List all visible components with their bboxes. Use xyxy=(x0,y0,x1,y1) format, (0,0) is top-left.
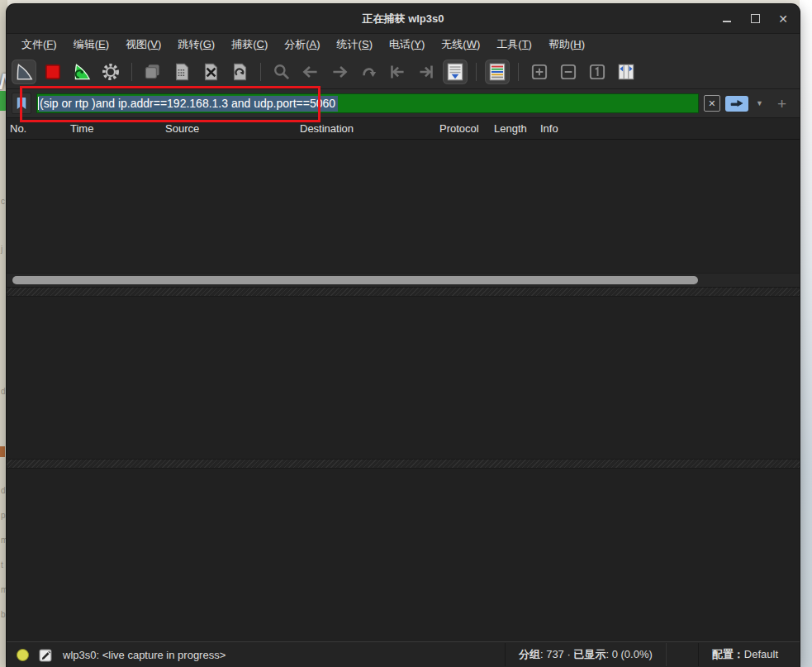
desktop-artifact-orange xyxy=(0,446,5,457)
resize-columns-button[interactable] xyxy=(614,60,639,84)
packet-list-header[interactable]: No. Time Source Destination Protocol Len… xyxy=(7,118,800,140)
restart-capture-button[interactable] xyxy=(69,60,94,84)
menu-item-label: ) xyxy=(264,38,268,50)
menu-item-wireless[interactable]: 无线(W) xyxy=(433,35,488,55)
menu-item-label: 分析( xyxy=(284,38,309,50)
close-file-button[interactable] xyxy=(198,60,223,84)
menu-item-label: 捕获( xyxy=(231,38,256,50)
zoom-in-button[interactable] xyxy=(527,60,552,84)
start-capture-button[interactable] xyxy=(12,60,36,84)
filter-add-button[interactable]: + xyxy=(777,96,786,112)
find-magnifier-icon xyxy=(271,61,292,83)
column-header-protocol[interactable]: Protocol xyxy=(436,122,491,135)
capture-options-button[interactable] xyxy=(98,60,123,84)
menu-item-label: 帮助( xyxy=(548,38,573,50)
minimize-icon xyxy=(723,21,731,22)
toolbar-separator xyxy=(518,63,519,81)
profile-status[interactable]: 配置：Default xyxy=(698,643,800,666)
go-last-icon xyxy=(415,61,437,83)
desktop-background-right xyxy=(800,0,812,667)
go-last-packet-button[interactable] xyxy=(414,60,439,84)
close-button[interactable]: ✕ xyxy=(776,12,790,26)
zoom-100-button[interactable] xyxy=(585,60,610,84)
scrollbar-thumb[interactable] xyxy=(12,276,698,284)
window-title: 正在捕获 wlp3s0 xyxy=(363,12,444,26)
filter-clear-button[interactable]: ✕ xyxy=(704,95,720,112)
menu-item-label: 无线( xyxy=(441,38,466,50)
wireshark-window: 正在捕获 wlp3s0 ✕ 文件(F)编辑(E)视图(V)跳转(G)捕获(C)分… xyxy=(7,4,800,667)
menu-item-help[interactable]: 帮助(H) xyxy=(540,35,593,55)
restart-shark-icon xyxy=(71,61,93,83)
displayed-count: 0 (0.0%) xyxy=(612,648,653,660)
column-header-no[interactable]: No. xyxy=(7,122,67,135)
go-forward-button[interactable] xyxy=(327,60,352,84)
save-file-icon xyxy=(171,61,192,83)
menu-item-analyze[interactable]: 分析(A) xyxy=(276,35,328,55)
colorize-button[interactable] xyxy=(485,60,510,84)
colorize-icon xyxy=(487,61,508,83)
capture-source-status: wlp3s0: <live capture in progress> xyxy=(63,649,226,661)
zoom-out-button[interactable] xyxy=(556,60,581,84)
find-packet-button[interactable] xyxy=(269,60,294,84)
menu-item-label: 视图( xyxy=(126,38,150,50)
packet-bytes-pane[interactable] xyxy=(7,469,800,641)
column-header-destination[interactable]: Destination xyxy=(297,122,436,135)
menu-item-view[interactable]: 视图(V) xyxy=(117,35,169,55)
menu-item-label: Y xyxy=(414,38,421,50)
minimize-button[interactable] xyxy=(720,12,734,26)
menu-item-label: E xyxy=(98,38,106,50)
filter-bookmark-button[interactable] xyxy=(12,93,31,114)
column-header-info[interactable]: Info xyxy=(537,122,800,135)
menu-item-go[interactable]: 跳转(G) xyxy=(169,35,223,55)
profile-value: Default xyxy=(744,648,778,660)
menu-item-label: 跳转( xyxy=(178,38,202,50)
window-controls: ✕ xyxy=(720,4,790,33)
menu-item-statistics[interactable]: 统计(S) xyxy=(329,35,381,55)
stop-capture-button[interactable] xyxy=(40,60,65,84)
filter-apply-button[interactable] xyxy=(725,96,748,112)
close-file-icon xyxy=(200,61,221,83)
go-first-packet-button[interactable] xyxy=(385,60,410,84)
pane-splitter-top[interactable] xyxy=(7,287,800,297)
column-header-time[interactable]: Time xyxy=(67,122,162,135)
pane-splitter-bottom[interactable] xyxy=(7,459,800,469)
main-toolbar xyxy=(7,55,800,89)
go-back-button[interactable] xyxy=(298,60,323,84)
toolbar-separator xyxy=(131,63,132,81)
status-left-section: wlp3s0: <live capture in progress> xyxy=(7,648,505,662)
shark-fin-start-icon xyxy=(13,61,35,83)
packet-list-pane[interactable] xyxy=(7,140,800,273)
arrow-back-icon xyxy=(300,61,321,83)
menu-item-capture[interactable]: 捕获(C) xyxy=(223,35,276,55)
maximize-icon xyxy=(751,14,760,23)
open-file-button[interactable] xyxy=(140,60,165,84)
menu-item-telephony[interactable]: 电话(Y) xyxy=(381,35,433,55)
packet-details-pane[interactable] xyxy=(7,297,800,459)
toolbar-separator xyxy=(476,63,477,81)
arrow-right-icon xyxy=(729,98,744,108)
menu-item-label: A xyxy=(310,38,317,50)
menu-item-tools[interactable]: 工具(T) xyxy=(488,35,540,55)
zoom-out-icon xyxy=(558,61,579,83)
column-header-source[interactable]: Source xyxy=(162,122,297,135)
maximize-button[interactable] xyxy=(748,12,762,26)
menu-item-label: S xyxy=(362,38,369,50)
filter-input[interactable]: (sip or rtp )and ip.addr==192.168.1.3 an… xyxy=(36,93,699,113)
bookmark-icon xyxy=(16,97,27,110)
filter-bar: (sip or rtp )and ip.addr==192.168.1.3 an… xyxy=(7,89,800,118)
go-to-packet-button[interactable] xyxy=(356,60,381,84)
filter-history-dropdown[interactable]: ▼ xyxy=(756,99,763,107)
title-bar[interactable]: 正在捕获 wlp3s0 ✕ xyxy=(7,4,800,34)
expert-info-icon[interactable] xyxy=(17,649,29,661)
menu-item-label: 统计( xyxy=(337,38,362,50)
horizontal-scrollbar[interactable] xyxy=(7,273,800,287)
column-header-length[interactable]: Length xyxy=(491,122,537,135)
capture-comment-icon[interactable] xyxy=(39,648,53,662)
menu-item-edit[interactable]: 编辑(E) xyxy=(65,35,117,55)
save-file-button[interactable] xyxy=(169,60,194,84)
packets-count: 737 xyxy=(546,648,564,660)
menu-item-file[interactable]: 文件(F) xyxy=(13,35,65,55)
menu-item-label: G xyxy=(203,38,211,50)
reload-file-button[interactable] xyxy=(227,60,252,84)
auto-scroll-button[interactable] xyxy=(443,60,468,84)
